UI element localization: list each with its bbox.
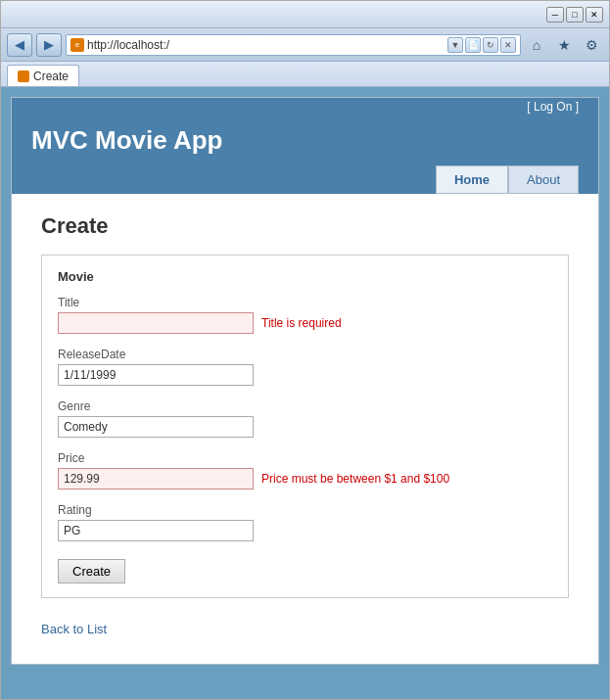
stop-button[interactable]: ✕ [500, 37, 516, 53]
title-input[interactable] [58, 312, 254, 334]
forward-button[interactable]: ▶ [36, 33, 62, 57]
page-icon-button[interactable]: 📄 [465, 37, 481, 53]
main-content: Create Movie Title Title is required Rel… [12, 194, 598, 656]
browser-tab-create[interactable]: Create [7, 65, 79, 86]
page-content: [ Log On ] MVC Movie App Home About Crea… [1, 87, 609, 699]
field-group-price: Price Price must be between $1 and $100 [58, 451, 552, 490]
release-date-label: ReleaseDate [58, 348, 552, 361]
favorites-icon[interactable]: ★ [552, 33, 576, 57]
address-bar: ◀ ▶ e http://localhost:/ ▼ 📄 ↻ ✕ ⌂ ★ ⚙ [1, 28, 609, 62]
price-field-row: Price must be between $1 and $100 [58, 468, 552, 490]
page-heading: Create [41, 213, 569, 239]
app-title: MVC Movie App [31, 125, 579, 165]
title-field-row: Title is required [58, 312, 552, 334]
release-date-field-row [58, 364, 552, 386]
field-group-release-date: ReleaseDate [58, 348, 552, 386]
address-favicon: e [70, 38, 84, 52]
release-date-input[interactable] [58, 364, 254, 386]
rating-field-row [58, 520, 552, 541]
home-icon[interactable]: ⌂ [525, 33, 548, 57]
address-icons: ▼ 📄 ↻ ✕ [447, 37, 516, 53]
title-error: Title is required [261, 316, 342, 330]
create-button[interactable]: Create [58, 559, 125, 583]
rating-input[interactable] [58, 520, 254, 541]
field-group-genre: Genre [58, 399, 552, 438]
tab-title: Create [33, 70, 69, 83]
back-to-list-link[interactable]: Back to List [41, 622, 107, 636]
field-group-title: Title Title is required [58, 296, 552, 334]
minimize-button[interactable]: ─ [546, 7, 564, 23]
address-input-wrap[interactable]: e http://localhost:/ ▼ 📄 ↻ ✕ [66, 34, 521, 56]
tab-bar: Create [1, 62, 609, 87]
tab-favicon [18, 70, 29, 82]
maximize-button[interactable]: □ [566, 7, 584, 23]
nav-about[interactable]: About [508, 165, 579, 194]
field-group-rating: Rating [58, 503, 552, 541]
form-section-legend: Movie [58, 269, 552, 284]
genre-input[interactable] [58, 416, 254, 438]
nav-home[interactable]: Home [436, 165, 508, 194]
close-button[interactable]: ✕ [586, 7, 603, 23]
back-button[interactable]: ◀ [7, 33, 32, 57]
page-inner: [ Log On ] MVC Movie App Home About Crea… [11, 97, 599, 665]
refresh-button[interactable]: ↻ [483, 37, 498, 53]
app-nav: Home About [31, 165, 579, 194]
movie-form-section: Movie Title Title is required ReleaseDat… [41, 255, 569, 598]
browser-window: ─ □ ✕ ◀ ▶ e http://localhost:/ ▼ 📄 ↻ ✕ ⌂… [0, 0, 610, 700]
price-error: Price must be between $1 and $100 [261, 472, 449, 486]
settings-icon[interactable]: ⚙ [580, 33, 603, 57]
price-label: Price [58, 451, 552, 465]
title-label: Title [58, 296, 552, 309]
logon-bar: [ Log On ] [12, 98, 598, 116]
rating-label: Rating [58, 503, 552, 517]
title-bar-buttons: ─ □ ✕ [546, 7, 603, 23]
logon-link[interactable]: [ Log On ] [527, 100, 579, 114]
price-input[interactable] [58, 468, 254, 490]
title-bar: ─ □ ✕ [1, 1, 609, 28]
address-dropdown-button[interactable]: ▼ [447, 37, 463, 53]
app-header: MVC Movie App Home About [12, 116, 598, 194]
genre-field-row [58, 416, 552, 438]
address-text: http://localhost:/ [87, 38, 445, 52]
genre-label: Genre [58, 399, 552, 413]
